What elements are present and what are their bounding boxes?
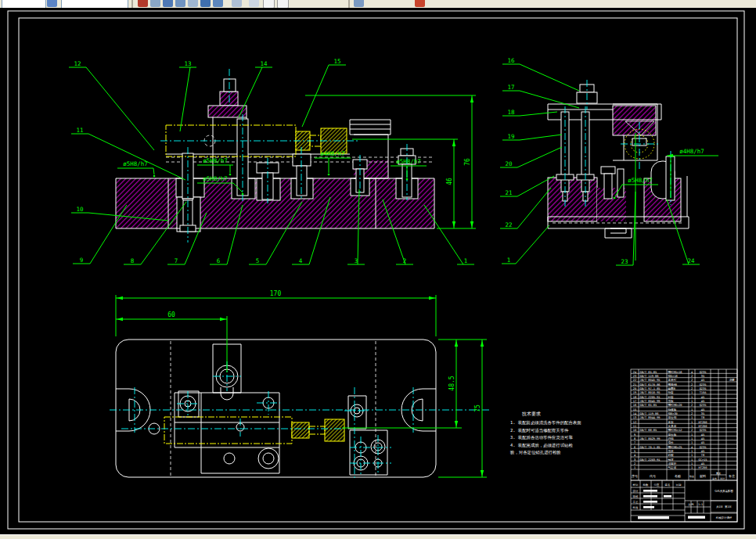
bom-cell: JB/T 8029-99 [640,437,661,440]
bom-cell: 2 [691,429,693,432]
bom-cell: 1 [691,441,693,444]
fit-label: ø5H8/h7 [628,177,653,184]
callout-18: 18 [507,109,515,116]
bom-cell: T8 [701,454,704,457]
callout-9: 9 [80,257,84,264]
callout-17: 17 [507,84,514,91]
fit-label: ø5H8/h7 [123,160,148,167]
cad-window: 12 13 14 15 11 10 9 8 7 6 5 4 3 2 1 1 16… [0,0,756,539]
bom-cell: 17 [633,400,636,403]
bom-cell: 1 [691,421,693,424]
tb-scale: 比例 [689,503,694,506]
note-line: 1. 装配前必须清洗各零件的配合表面 [510,420,581,426]
bom-cell: 销5×18 [668,374,678,378]
bom-cell: 压块 [668,449,675,453]
bom-cell: 衬套 [668,396,675,399]
bom-cell: T10A [700,391,707,394]
bom-cell: 24 [633,371,636,374]
bom-cell: 2 [691,375,693,378]
callout-16: 16 [507,57,515,64]
bom-cell: Q235 [700,404,707,407]
fit-label: ø4H8/h7 [679,148,704,155]
bom-header-name: 名称 [675,474,681,478]
bom-cell: JB/T 8045-99 [640,400,661,403]
tb-design: 设计 [633,489,639,493]
bom-cell: 35 [701,412,704,415]
tb-scale-value: 1:1 [698,503,703,506]
bom-cell: 钻套 [668,390,675,394]
bom-cell: 钻模板 [668,408,677,411]
callout-14: 14 [260,60,268,67]
callout-8: 8 [131,257,135,264]
bom-cell: 45 [701,396,704,399]
bom-cell: 1 [634,466,635,469]
bom-cell: Q235 [700,429,707,432]
bom-cell: 螺钉M6×20 [668,403,682,407]
tb-mark: 标记 [632,483,639,487]
model-space[interactable] [0,8,756,534]
bom-cell: HT200 [699,466,707,469]
bom-cell: 3 [634,458,635,462]
bom-cell: 13 [633,416,636,419]
bom-cell: 淬硬 [729,378,735,382]
bom-cell: 定位板 [668,433,677,437]
bom-cell: T8 [701,416,704,419]
bom-cell: 1 [691,437,693,440]
note-line: 3. 装配后各活动零件应灵活可靠 [510,435,573,440]
bom-cell: 15 [633,408,636,411]
bom-cell: 45 [701,379,704,382]
bom-cell: 22 [633,379,636,382]
dim-46: 46 [446,178,453,185]
callout-3: 3 [355,257,358,264]
dim-76: 76 [464,158,471,166]
bom-cell: 螺母M8 [668,383,678,386]
callout-1b: 1 [507,257,511,264]
bom-cell: 19 [633,391,636,394]
bom-cell: 螺钉M5×16 [668,370,682,374]
bom-cell: 5 [634,450,635,453]
bom-cell: 螺钉M5×12 [668,428,682,432]
callout-19: 19 [507,133,514,140]
bom-cell: 定位销 [668,415,677,419]
bom-cell: 1 [691,408,693,411]
tb-check: 审核 [633,495,639,498]
bom-cell: Q235 [700,371,707,374]
bom-header-unit: 单件 [712,477,717,480]
callout-4: 4 [299,257,303,264]
bom-cell: 1 [691,462,693,465]
bom-cell: 夹具体 [668,425,677,428]
bom-header-rem: 备注 [729,474,735,478]
bom-cell: 气缸体 [668,466,677,469]
callout-21: 21 [505,189,512,196]
bom-cell: GB/T 6170-86 [640,383,661,386]
bom-cell: 1 [691,466,693,469]
bom-cell: 1 [691,433,693,437]
bom-cell: 2 [634,462,635,465]
bom-cell: 45 [701,400,704,403]
tb-date: 日期 [676,483,682,487]
fit-label: ø4H8/h7 [320,150,345,157]
bom-cell: JB/T 8044-99 [640,416,661,419]
note-line: 验，对各定位销孔进行检验 [509,450,561,455]
dim-48-5: 48.5 [448,376,455,390]
bom-cell: 挡销 [668,437,675,440]
callout-7: 7 [175,257,178,264]
tb-sign: 签名 [665,483,671,487]
fit-label: ø5H8/h7 [203,175,228,182]
bom-cell: 1 [691,425,693,428]
bom-cell: Q235 [700,383,707,386]
callout-20: 20 [505,160,513,167]
bom-cell: 2 [691,387,693,390]
bom-cell: 14 [633,412,636,415]
note-line: 2. 装配时可适当修配有关零件 [510,428,569,433]
tb-count: 处数 [643,483,649,487]
bom-cell: 1 [691,396,693,399]
drawing-canvas[interactable]: 12 13 14 15 11 10 9 8 7 6 5 4 3 2 1 1 16… [0,0,756,539]
bom-cell: 4 [634,454,635,457]
callout-23: 23 [621,258,628,265]
bom-cell: 斜楔 [668,454,675,457]
bom-cell: Q235 [700,387,707,390]
dim-60: 60 [167,311,175,318]
callout-22: 22 [505,221,512,228]
bom-cell: GB/T 2203-91 [640,458,661,462]
